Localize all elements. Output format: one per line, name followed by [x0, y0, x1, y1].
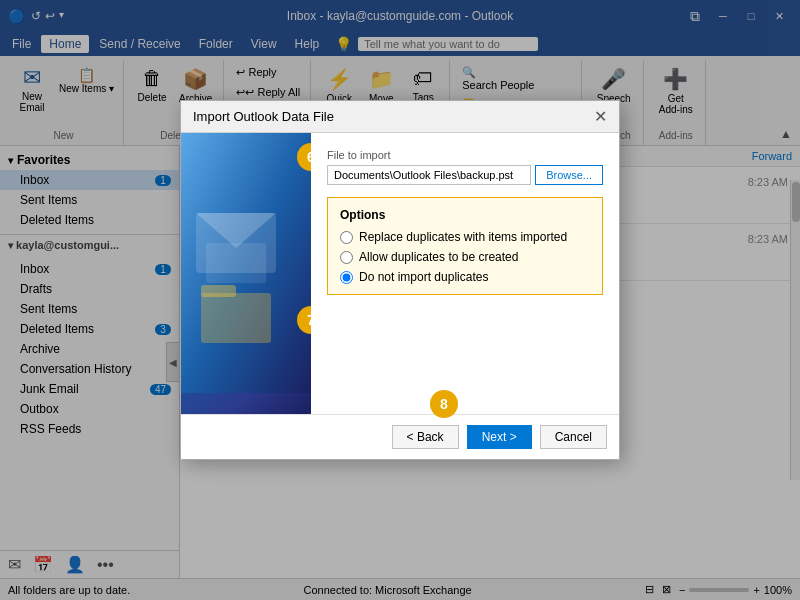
radio-noimport-input[interactable]: [340, 271, 353, 284]
radio-allow[interactable]: Allow duplicates to be created: [340, 250, 590, 264]
dialog-title-bar: Import Outlook Data File ✕: [181, 101, 619, 133]
dialog-overlay: Import Outlook Data File ✕: [0, 0, 800, 600]
options-label: Options: [340, 208, 590, 222]
svg-rect-5: [201, 285, 236, 297]
dialog-footer: < Back Next > Cancel: [181, 414, 619, 459]
radio-replace[interactable]: Replace duplicates with items imported: [340, 230, 590, 244]
file-section: File to import Browse...: [327, 149, 603, 185]
import-dialog: Import Outlook Data File ✕: [180, 100, 620, 460]
radio-allow-label: Allow duplicates to be created: [359, 250, 518, 264]
radio-replace-input[interactable]: [340, 231, 353, 244]
dialog-decorative-panel: 6 7: [181, 133, 311, 414]
file-label: File to import: [327, 149, 603, 161]
step-8-badge: 8: [430, 390, 458, 418]
radio-noimport-label: Do not import duplicates: [359, 270, 488, 284]
svg-rect-3: [206, 243, 266, 283]
dialog-content: 6 7 File to import Browse... Options: [181, 133, 619, 414]
back-button[interactable]: < Back: [392, 425, 459, 449]
dialog-close-button[interactable]: ✕: [594, 107, 607, 126]
dialog-right: File to import Browse... Options Replace…: [311, 133, 619, 414]
file-row: Browse...: [327, 165, 603, 185]
svg-rect-4: [201, 293, 271, 343]
radio-allow-input[interactable]: [340, 251, 353, 264]
options-group: Options Replace duplicates with items im…: [327, 197, 603, 295]
cancel-button[interactable]: Cancel: [540, 425, 607, 449]
radio-replace-label: Replace duplicates with items imported: [359, 230, 567, 244]
dialog-title: Import Outlook Data File: [193, 109, 334, 124]
dialog-art: [181, 133, 311, 393]
next-button[interactable]: Next >: [467, 425, 532, 449]
file-input[interactable]: [327, 165, 531, 185]
radio-noimport[interactable]: Do not import duplicates: [340, 270, 590, 284]
browse-button[interactable]: Browse...: [535, 165, 603, 185]
